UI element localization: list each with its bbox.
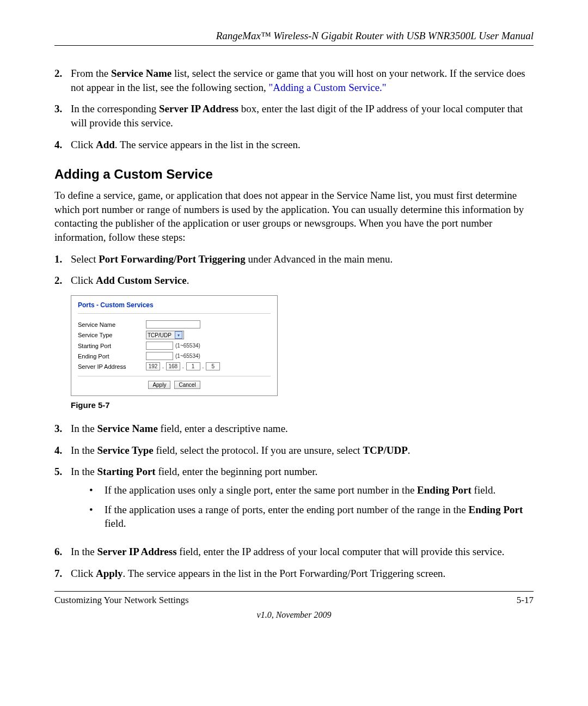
- bullet-icon: •: [89, 483, 105, 497]
- custom-step-6: 6. In the Server IP Address field, enter…: [54, 545, 534, 559]
- ip-octet-2[interactable]: 168: [166, 362, 180, 370]
- bullet-icon: •: [89, 503, 105, 531]
- label-server-ip: Server IP Address: [78, 363, 146, 370]
- step-body: From the Service Name list, select the s…: [71, 66, 534, 94]
- label-starting-port: Starting Port: [78, 343, 146, 349]
- page-header: RangeMax™ Wireless-N Gigabit Router with…: [54, 30, 534, 46]
- step-num: 2.: [54, 66, 71, 94]
- link-adding-custom-service[interactable]: "Adding a Custom Service.": [269, 82, 387, 93]
- cancel-button[interactable]: Cancel: [174, 381, 200, 389]
- step-num: 7.: [54, 567, 71, 581]
- step-4-top: 4. Click Add. The service appears in the…: [54, 138, 534, 152]
- dialog-title: Ports - Custom Services: [78, 301, 271, 314]
- step-3-top: 3. In the corresponding Server IP Addres…: [54, 102, 534, 130]
- custom-step-2: 2. Click Add Custom Service.: [54, 273, 534, 288]
- step-num: 4.: [54, 138, 71, 152]
- row-ending-port: Ending Port (1~65534): [78, 352, 271, 360]
- input-service-name[interactable]: [146, 320, 200, 328]
- row-service-name: Service Name: [78, 320, 271, 328]
- row-service-type: Service Type TCP/UDP ▾: [78, 331, 271, 339]
- ip-group: 192. 168. 1. 5: [146, 362, 220, 370]
- step-body: In the Starting Port field, enter the be…: [71, 465, 534, 537]
- step-num: 1.: [54, 252, 71, 266]
- custom-step-3: 3. In the Service Name field, enter a de…: [54, 422, 534, 436]
- step-num: 2.: [54, 273, 71, 288]
- step-num: 3.: [54, 102, 71, 130]
- custom-step-5: 5. In the Starting Port field, enter the…: [54, 465, 534, 537]
- section-heading: Adding a Custom Service: [54, 167, 534, 182]
- step-body: Click Add. The service appears in the li…: [71, 138, 534, 152]
- step-num: 3.: [54, 422, 71, 436]
- step-num: 6.: [54, 545, 71, 559]
- section-intro: To define a service, game, or applicatio…: [54, 188, 534, 245]
- label-service-name: Service Name: [78, 321, 146, 328]
- step-num: 5.: [54, 465, 71, 537]
- step-body: In the Service Type field, select the pr…: [71, 443, 534, 458]
- page: RangeMax™ Wireless-N Gigabit Router with…: [0, 0, 588, 706]
- button-row: Apply Cancel: [78, 381, 271, 389]
- label-service-type: Service Type: [78, 332, 146, 338]
- ports-custom-services-dialog: Ports - Custom Services Service Name Ser…: [71, 295, 278, 396]
- custom-step-1: 1. Select Port Forwarding/Port Triggerin…: [54, 252, 534, 266]
- range-note: (1~65534): [175, 343, 200, 349]
- version-text: v1.0, November 2009: [54, 610, 534, 620]
- footer: Customizing Your Network Settings 5-17: [54, 591, 534, 606]
- chevron-down-icon: ▾: [175, 331, 182, 339]
- step-body: In the corresponding Server IP Address b…: [71, 102, 534, 130]
- select-value: TCP/UDP: [148, 332, 171, 338]
- select-service-type[interactable]: TCP/UDP ▾: [146, 331, 184, 339]
- custom-step-7: 7. Click Apply. The service appears in t…: [54, 567, 534, 581]
- input-starting-port[interactable]: [146, 342, 173, 350]
- step-body: Select Port Forwarding/Port Triggering u…: [71, 252, 534, 266]
- label-ending-port: Ending Port: [78, 353, 146, 360]
- step-body: In the Server IP Address field, enter th…: [71, 545, 534, 559]
- input-ending-port[interactable]: [146, 352, 173, 360]
- step-num: 4.: [54, 443, 71, 458]
- footer-left: Customizing Your Network Settings: [54, 595, 189, 606]
- sublist: • If the application uses only a single …: [89, 483, 534, 531]
- page-number: 5-17: [517, 595, 534, 606]
- step-body: Click Apply. The service appears in the …: [71, 567, 534, 581]
- sub-item-a: • If the application uses only a single …: [89, 483, 534, 497]
- row-starting-port: Starting Port (1~65534): [78, 342, 271, 350]
- apply-button[interactable]: Apply: [148, 381, 170, 389]
- range-note: (1~65534): [175, 353, 200, 359]
- step-2-top: 2. From the Service Name list, select th…: [54, 66, 534, 94]
- manual-title: RangeMax™ Wireless-N Gigabit Router with…: [216, 30, 534, 41]
- step-body: In the Service Name field, enter a descr…: [71, 422, 534, 436]
- custom-step-4: 4. In the Service Type field, select the…: [54, 443, 534, 458]
- ip-octet-4[interactable]: 5: [206, 362, 220, 370]
- step-body: Click Add Custom Service.: [71, 273, 534, 288]
- ip-octet-3[interactable]: 1: [186, 362, 200, 370]
- ip-octet-1[interactable]: 192: [146, 362, 160, 370]
- row-server-ip: Server IP Address 192. 168. 1. 5: [78, 362, 271, 370]
- divider: [78, 376, 271, 376]
- figure-caption: Figure 5-7: [71, 400, 534, 410]
- sub-item-b: • If the application uses a range of por…: [89, 503, 534, 531]
